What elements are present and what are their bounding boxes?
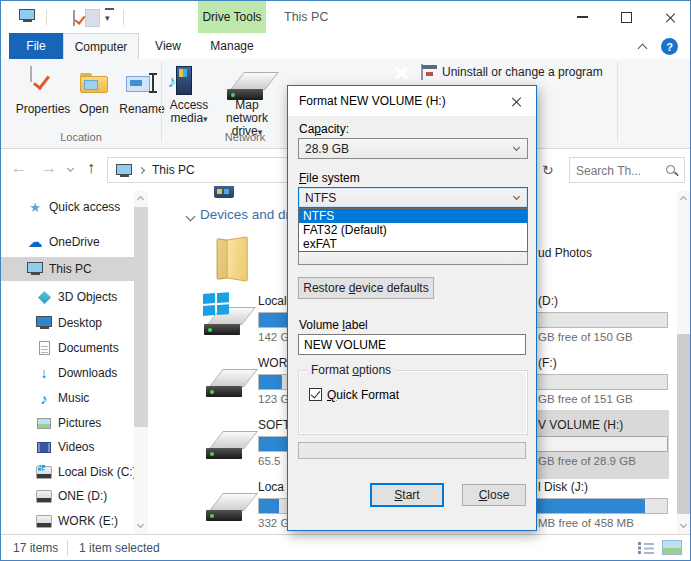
format-options-legend: Format options — [307, 363, 395, 377]
sidebar-item-music[interactable]: Music — [1, 386, 134, 410]
sidebar-item-documents[interactable]: Documents — [1, 336, 134, 360]
drive-c-icon — [36, 464, 52, 480]
breadcrumb-chevron-icon[interactable] — [138, 167, 145, 174]
maximize-button[interactable] — [607, 2, 645, 32]
drive-e-icon — [36, 513, 52, 529]
close-button[interactable] — [651, 2, 689, 32]
status-separator — [67, 540, 68, 556]
close-dialog-button[interactable]: Close — [462, 484, 526, 506]
drive-tools-contextual-tab[interactable]: Drive Tools — [198, 1, 266, 33]
start-button[interactable]: Start — [370, 483, 444, 507]
dialog-close-button[interactable] — [502, 91, 530, 111]
status-bar: 17 items 1 item selected — [1, 534, 690, 561]
minimize-button[interactable] — [563, 2, 601, 32]
qat-properties-icon[interactable] — [73, 10, 75, 26]
3d-objects-icon — [36, 289, 52, 305]
sidebar-item-desktop[interactable]: Desktop — [1, 311, 134, 335]
downloads-icon — [36, 365, 52, 381]
ribbon-tab-row: File Computer View Manage ? — [1, 33, 690, 59]
volume-label-input[interactable] — [298, 334, 526, 355]
selection-count: 1 item selected — [79, 541, 160, 555]
qat-customize-caret-icon[interactable] — [105, 8, 114, 24]
content-scrollbar-thumb[interactable] — [677, 334, 691, 514]
scroll-up-icon[interactable] — [137, 196, 144, 203]
combo-caret-icon — [513, 144, 520, 151]
minimize-icon — [577, 16, 588, 18]
dropdown-option-ntfs[interactable]: NTFS — [299, 209, 527, 223]
qat-separator-2 — [123, 10, 124, 25]
sidebar-item-downloads[interactable]: Downloads — [1, 361, 134, 385]
scroll-up-icon[interactable] — [680, 196, 687, 203]
ribbon-divider-2 — [617, 62, 618, 142]
sidebar-item-work-e[interactable]: WORK (E:) — [1, 509, 134, 533]
recent-locations-caret-icon[interactable] — [67, 165, 74, 172]
network-group-label: Network — [215, 131, 275, 143]
clipped-tile-icon — [214, 186, 234, 198]
window-title: This PC — [284, 10, 328, 24]
properties-button[interactable]: Properties — [11, 62, 75, 142]
properties-icon — [30, 66, 32, 82]
volume-label-label: Volume label — [299, 318, 368, 332]
sidebar-item-3d-objects[interactable]: 3D Objects — [1, 285, 134, 309]
quick-access-icon — [27, 199, 43, 215]
items-count: 17 items — [13, 541, 58, 555]
scroll-down-icon[interactable] — [137, 521, 144, 528]
sidebar-item-onedrive[interactable]: OneDrive — [1, 230, 134, 254]
restore-defaults-button[interactable]: Restore device defaults — [298, 277, 434, 299]
collapse-ribbon-icon[interactable] — [638, 44, 648, 54]
capacity-combobox[interactable]: 28.9 GB — [298, 138, 528, 159]
format-dialog: Format NEW VOLUME (H:) Capacity: 28.9 GB… — [287, 85, 537, 531]
file-system-label: File system — [299, 171, 360, 185]
sidebar-item-this-pc[interactable]: This PC — [1, 257, 134, 281]
scroll-down-icon[interactable] — [680, 521, 687, 528]
format-progress-bar — [298, 442, 526, 459]
up-icon[interactable]: ↑ — [87, 160, 95, 176]
file-system-dropdown-list: NTFS FAT32 (Default) exFAT — [298, 208, 528, 252]
tab-file[interactable]: File — [9, 33, 63, 59]
forward-icon[interactable]: → — [41, 160, 57, 176]
uninstall-program-button[interactable]: Uninstall or change a program — [421, 64, 621, 82]
sidebar-item-pictures[interactable]: Pictures — [1, 411, 134, 435]
explorer-window: Drive Tools This PC File Computer View M… — [0, 0, 691, 561]
dropdown-option-fat32[interactable]: FAT32 (Default) — [299, 223, 527, 237]
back-icon[interactable]: ← — [11, 160, 27, 176]
large-icons-view-icon[interactable] — [662, 540, 682, 555]
tab-view[interactable]: View — [143, 33, 193, 59]
onedrive-icon — [27, 234, 43, 250]
tab-manage[interactable]: Manage — [201, 33, 263, 59]
drive-d-icon — [36, 488, 52, 504]
dialog-title: Format NEW VOLUME (H:) — [299, 94, 446, 108]
titlebar: Drive Tools This PC — [1, 1, 690, 33]
this-pc-icon — [27, 261, 43, 277]
open-button[interactable]: Open — [73, 62, 115, 142]
quick-format-checkbox[interactable] — [309, 388, 322, 401]
help-icon[interactable]: ? — [661, 38, 678, 55]
music-icon — [36, 390, 52, 406]
sidebar-item-local-disk-c[interactable]: Local Disk (C:) — [1, 460, 134, 484]
sidebar-item-videos[interactable]: Videos — [1, 435, 134, 459]
sidebar-scrollbar[interactable] — [134, 191, 148, 534]
sidebar-scrollbar-thumb[interactable] — [134, 207, 148, 427]
map-network-drive-button[interactable]: Map network drive — [214, 62, 280, 142]
sidebar-item-one-d[interactable]: ONE (D:) — [1, 484, 134, 508]
format-options-group: Format options Quick Format — [298, 370, 528, 435]
maximize-icon — [621, 12, 632, 23]
app-icon — [19, 9, 35, 23]
group-collapse-icon[interactable] — [186, 212, 196, 222]
sidebar-item-quick-access[interactable]: Quick access — [1, 195, 134, 219]
this-pc-icon — [116, 164, 132, 178]
qat-separator — [46, 10, 47, 25]
desktop-icon — [36, 315, 52, 331]
dialog-titlebar: Format NEW VOLUME (H:) — [288, 86, 536, 116]
qat-new-folder-icon[interactable] — [85, 9, 100, 27]
uninstall-icon — [421, 64, 423, 80]
dialog-close-icon — [511, 96, 522, 107]
tab-computer[interactable]: Computer — [63, 33, 139, 59]
capacity-label: Capacity: — [299, 122, 349, 136]
access-media-button[interactable]: ♪ Access media — [164, 62, 214, 142]
content-scrollbar[interactable] — [677, 191, 691, 534]
dropdown-option-exfat[interactable]: exFAT — [299, 237, 527, 251]
quick-format-label: Quick Format — [327, 388, 399, 402]
file-system-combobox[interactable]: NTFS — [298, 187, 528, 208]
close-icon — [665, 12, 676, 23]
